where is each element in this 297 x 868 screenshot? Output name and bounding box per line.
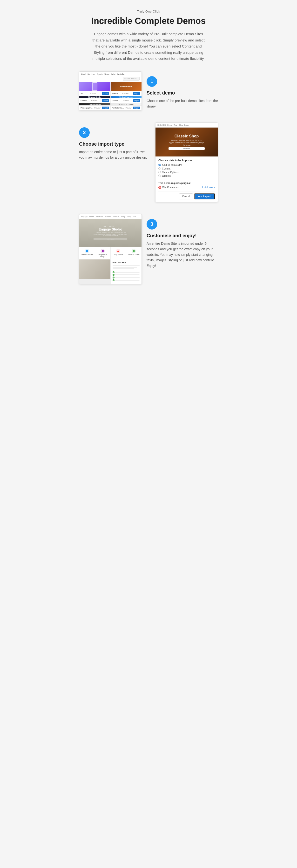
medical-label: Medical Lawyer bbox=[119, 96, 133, 98]
dialog-preview-text: Classic Shop Whatever you type shop item… bbox=[168, 134, 205, 150]
feature-cell-4: Satisfied Clients bbox=[126, 247, 141, 259]
nav-item-artist: Artist bbox=[111, 73, 116, 75]
radio-content[interactable]: Content bbox=[158, 167, 215, 170]
nav-item-sports: Sports bbox=[97, 73, 103, 75]
feature-label-3: Page Builder bbox=[114, 254, 123, 255]
radio-all[interactable]: All (Full demo site) bbox=[158, 164, 215, 166]
radio-widgets[interactable]: Widgets bbox=[158, 175, 215, 177]
demo-import-fitness[interactable]: Import bbox=[102, 99, 109, 102]
check-item-2: ✓ bbox=[112, 274, 140, 276]
nav-inside: Inside bbox=[184, 124, 189, 126]
demo-thumb-portfolio: Welcome to Engage bbox=[111, 103, 142, 105]
demo-thumb-fitness: Fitness Studio bbox=[79, 96, 110, 98]
step-1-badge: 1 bbox=[146, 76, 157, 87]
step-1-content: 1 Select demo Choose one of the pre-buil… bbox=[146, 71, 218, 109]
demo-actions-app: App Preview Import bbox=[79, 91, 110, 96]
demo-import-bakery[interactable]: Import bbox=[133, 92, 140, 95]
demo-preview-medical[interactable]: Preview bbox=[123, 100, 129, 101]
nav-home: Home bbox=[167, 124, 172, 126]
import-dialog-screenshot: ENGAGE Home Tour Blog Inside Classic Sho… bbox=[155, 123, 218, 202]
feature-cell-2: Responsive Design bbox=[95, 247, 110, 259]
demo-cell-app: App Preview Import bbox=[79, 82, 110, 96]
check-icon-1: ✓ bbox=[112, 271, 114, 273]
demo-thumb-photo: Photography bbox=[79, 103, 110, 105]
photo-label: Photography bbox=[89, 103, 101, 105]
studio-nav-shop: Shop bbox=[127, 216, 131, 218]
dialog-footer: Cancel Yes, import! bbox=[158, 191, 215, 199]
demo-cell-fitness: Fitness Studio Fitness Preview Import bbox=[79, 96, 110, 103]
nav-item-music: Music bbox=[104, 73, 109, 75]
step-3-section: Engage Home Features Sliders Portfolio B… bbox=[79, 214, 218, 284]
check-text-3 bbox=[115, 277, 140, 278]
demo-name-app: App bbox=[80, 92, 84, 94]
dialog-preview-img: Classic Shop Whatever you type shop item… bbox=[156, 128, 218, 156]
svg-marker-2 bbox=[117, 250, 119, 252]
studio-who-are-we: Who are we? ✓ ✓ bbox=[111, 259, 142, 284]
demo-name-fitness: Fitness bbox=[80, 100, 87, 102]
demo-preview-fitness[interactable]: Preview bbox=[91, 100, 97, 101]
check-item-4: ✓ bbox=[112, 279, 140, 281]
demo-name-medical: Medical bbox=[112, 100, 119, 102]
text-line-3 bbox=[112, 268, 134, 269]
studio-hero: WELCOME TO Engage Studio I carry my busi… bbox=[79, 219, 141, 247]
demo-thumb-medical: Medical Lawyer bbox=[111, 96, 142, 98]
studio-second-row: Who are we? ✓ ✓ bbox=[79, 259, 141, 284]
studio-nav-blog: Blog bbox=[121, 216, 125, 218]
feature-cell-1: Powerful Options bbox=[79, 247, 95, 259]
svg-rect-1 bbox=[102, 250, 104, 252]
demo-import-app[interactable]: Import bbox=[102, 92, 109, 95]
plugin-row-woo: ✕ WooCommerce Install now › bbox=[158, 186, 215, 189]
radio-circle-widgets bbox=[158, 175, 161, 177]
radio-theme[interactable]: Theme Options bbox=[158, 171, 215, 174]
nav-blog: Blog bbox=[179, 124, 183, 126]
step-3-title: Customise and enjoy! bbox=[146, 233, 218, 239]
studio-nav: Engage Home Features Sliders Portfolio B… bbox=[79, 214, 141, 219]
check-text-4 bbox=[115, 280, 140, 281]
feature-icon-2 bbox=[101, 249, 105, 253]
check-text-1 bbox=[115, 272, 140, 273]
radio-circle-all bbox=[158, 164, 161, 166]
studio-nav-engage: Engage bbox=[81, 216, 88, 218]
demo-name-photo: Photography... bbox=[80, 107, 93, 109]
shop-button[interactable]: Shop Now bbox=[168, 147, 205, 150]
page-wrapper: Truly One Click Incredible Complete Demo… bbox=[74, 0, 223, 306]
header-section: Truly One Click Incredible Complete Demo… bbox=[79, 10, 218, 62]
demo-preview-photo[interactable]: Preview bbox=[95, 107, 101, 109]
demo-name-portfolio: Portfolio Cla... bbox=[112, 107, 124, 109]
demo-preview-bakery[interactable]: Preview bbox=[123, 93, 129, 94]
demo-name-bakery: Bakery bbox=[112, 92, 118, 94]
studio-nav-home: Home bbox=[90, 216, 94, 218]
fitness-label: Fitness Studio bbox=[88, 96, 101, 98]
import-body-title: Choose data to be imported: bbox=[158, 159, 215, 162]
studio-nav-flat: Flat bbox=[133, 216, 136, 218]
step-3-image: Engage Home Features Sliders Portfolio B… bbox=[79, 214, 142, 284]
check-text-2 bbox=[115, 274, 140, 275]
demo-thumb-app bbox=[79, 82, 110, 91]
studio-hero-btn[interactable]: Learn More bbox=[94, 238, 127, 240]
demo-search-input[interactable]: Search demos... bbox=[123, 77, 140, 81]
radio-label-content: Content bbox=[162, 167, 170, 170]
studio-subtitle: I carry my business with me. Lorem ipsum… bbox=[94, 232, 127, 236]
feature-cell-3: Page Builder bbox=[111, 247, 126, 259]
header-subtitle: Truly One Click bbox=[84, 10, 213, 13]
radio-label-widgets: Widgets bbox=[162, 175, 171, 177]
demo-import-medical[interactable]: Import bbox=[133, 99, 140, 102]
studio-nav-sliders: Sliders bbox=[105, 216, 111, 218]
check-icon-2: ✓ bbox=[112, 274, 114, 276]
demo-actions-medical: Medical Preview Import bbox=[111, 98, 142, 103]
demo-preview-portfolio[interactable]: Preview bbox=[126, 107, 132, 109]
demo-cell-medical: Medical Lawyer Medical Preview Import bbox=[111, 96, 142, 103]
step-2-title: Choose import type bbox=[79, 141, 151, 147]
import-button[interactable]: Yes, import! bbox=[194, 193, 215, 199]
radio-label-all: All (Full demo site) bbox=[162, 164, 182, 166]
cancel-button[interactable]: Cancel bbox=[179, 193, 193, 199]
demo-import-photo[interactable]: Import bbox=[102, 106, 109, 109]
nav-tour: Tour bbox=[174, 124, 178, 126]
demo-preview-app[interactable]: Preview bbox=[90, 93, 96, 94]
shop-title: Classic Shop bbox=[168, 134, 205, 138]
demo-import-portfolio[interactable]: Import bbox=[133, 106, 140, 109]
step-2-section: ENGAGE Home Tour Blog Inside Classic Sho… bbox=[79, 123, 218, 202]
nav-engage: ENGAGE bbox=[157, 124, 166, 126]
install-now-link[interactable]: Install now › bbox=[202, 186, 215, 189]
nav-item-food: Food bbox=[81, 73, 86, 75]
